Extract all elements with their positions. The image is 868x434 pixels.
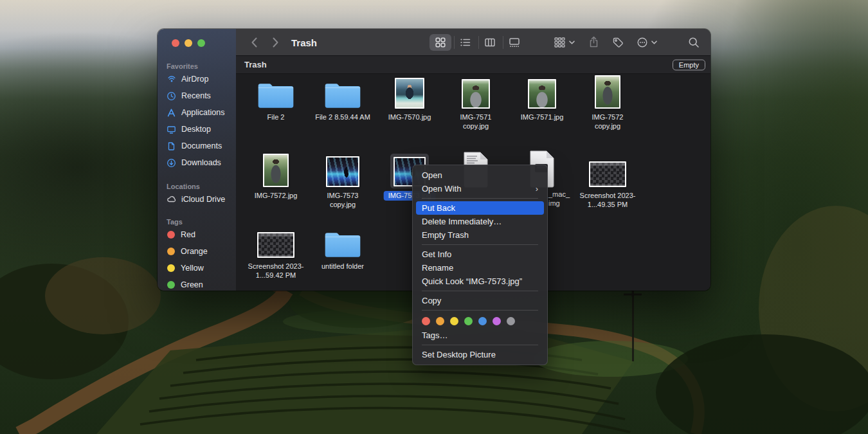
gallery-view-icon	[509, 37, 520, 48]
download-icon	[166, 158, 177, 168]
photo-thumbnail-portrait	[263, 154, 289, 187]
red-tag-icon	[167, 231, 175, 239]
menu-item-open[interactable]: Open	[416, 168, 544, 182]
file-item[interactable]: File 2 8.59.44 AM	[309, 75, 376, 122]
chevron-right-icon	[272, 37, 279, 48]
menu-item-put-back[interactable]: Put Back	[416, 201, 544, 215]
sidebar-item-airdrop[interactable]: AirDrop	[158, 71, 236, 87]
purple-tag-swatch[interactable]	[493, 317, 501, 325]
icon-view-icon	[435, 37, 446, 48]
gray-tag-swatch[interactable]	[507, 317, 515, 325]
menu-item-quick-look[interactable]: Quick Look “IMG-7573.jpg”	[416, 275, 544, 288]
sidebar-item-applications[interactable]: Applications	[158, 104, 236, 121]
group-by-button[interactable]	[548, 34, 579, 51]
menu-item-copy[interactable]: Copy	[416, 294, 544, 307]
sidebar-item-label: iCloud Drive	[181, 195, 225, 204]
menu-item-tags[interactable]: Tags…	[416, 329, 544, 342]
sidebar-item-tag-green[interactable]: Green	[158, 276, 236, 291]
photo-thumbnail-portrait	[595, 75, 620, 109]
search-button[interactable]	[684, 34, 703, 51]
file-item[interactable]: Screenshot 2023-1...49.35 PM	[574, 142, 641, 210]
menu-separator	[422, 345, 538, 345]
sidebar-item-icloud-drive[interactable]: iCloud Drive	[158, 191, 236, 208]
file-item[interactable]: IMG-7571 copy.jpg	[442, 75, 509, 131]
section-header: Trash Empty	[236, 56, 710, 74]
file-name: IMG-7571.jpg	[514, 113, 570, 122]
file-item[interactable]: IMG-7570.jpg	[376, 75, 443, 122]
orange-tag-swatch[interactable]	[436, 317, 444, 325]
minimize-button[interactable]	[185, 39, 192, 47]
sidebar-item-tag-red[interactable]: Red	[158, 226, 236, 243]
green-tag-swatch[interactable]	[464, 317, 473, 325]
file-name: Screenshot 2023-1...59.42 PM	[242, 262, 309, 280]
sidebar-item-tag-yellow[interactable]: Yellow	[158, 260, 236, 276]
file-item[interactable]: Screenshot 2023-1...59.42 PM	[242, 218, 309, 280]
menu-item-get-info[interactable]: Get Info	[416, 248, 544, 261]
menu-separator	[422, 291, 538, 291]
menu-item-rename[interactable]: Rename	[416, 261, 544, 275]
column-view-button[interactable]	[479, 34, 501, 51]
sidebar-item-tag-orange[interactable]: Orange	[158, 243, 236, 260]
chevron-down-icon	[651, 41, 657, 44]
photo-thumbnail-portrait	[462, 79, 490, 109]
menu-item-label: Open With	[422, 184, 461, 194]
finder-toolbar: Trash	[236, 29, 710, 56]
blue-tag-swatch[interactable]	[478, 317, 487, 325]
chevron-left-icon	[251, 37, 258, 48]
gallery-view-button[interactable]	[503, 34, 525, 51]
file-name: IMG-7572 copy.jpg	[580, 113, 635, 131]
more-options-button[interactable]	[631, 34, 662, 51]
close-button[interactable]	[172, 39, 179, 47]
forward-button[interactable]	[267, 34, 284, 51]
cloud-icon	[166, 194, 177, 205]
file-name: IMG-7572.jpg	[248, 191, 303, 200]
orange-tag-icon	[167, 248, 175, 255]
empty-trash-button[interactable]: Empty	[673, 59, 705, 70]
finder-sidebar: Favorites AirDrop Recents	[158, 29, 236, 291]
window-controls	[158, 29, 236, 47]
sidebar-item-label: Applications	[181, 108, 224, 117]
file-name: File 2	[248, 113, 303, 122]
zoom-button[interactable]	[197, 39, 205, 47]
file-name: File 2 8.59.44 AM	[309, 113, 376, 122]
list-view-button[interactable]	[455, 34, 476, 51]
menu-item-open-with[interactable]: Open With ›	[416, 182, 544, 195]
file-item[interactable]: IMG-7571.jpg	[509, 75, 575, 122]
sidebar-item-recents[interactable]: Recents	[158, 87, 236, 104]
tags-button[interactable]	[608, 34, 628, 51]
menu-item-empty-trash[interactable]: Empty Trash	[416, 228, 544, 242]
share-button[interactable]	[584, 34, 603, 51]
sidebar-item-documents[interactable]: Documents	[158, 138, 236, 154]
sidebar-item-label: Downloads	[181, 158, 221, 167]
magnifier-icon	[688, 37, 700, 48]
file-item[interactable]: IMG-7573 copy.jpg	[309, 142, 376, 210]
submenu-chevron-icon: ›	[536, 184, 538, 194]
yellow-tag-icon	[167, 264, 175, 272]
sidebar-item-label: Yellow	[181, 264, 204, 273]
photo-thumbnail-kayak	[395, 78, 424, 109]
sidebar-section-favorites: Favorites	[158, 62, 236, 71]
window-title: Trash	[291, 37, 317, 48]
sidebar-item-downloads[interactable]: Downloads	[158, 154, 236, 171]
back-button[interactable]	[246, 34, 262, 51]
clock-icon	[166, 91, 177, 102]
applications-icon	[166, 107, 177, 118]
icon-view-button[interactable]	[429, 34, 451, 51]
menu-separator	[422, 244, 538, 245]
menu-item-set-desktop-picture[interactable]: Set Desktop Picture	[416, 348, 544, 361]
file-name: IMG-7573 copy.jpg	[315, 191, 370, 210]
red-tag-swatch[interactable]	[422, 317, 430, 325]
sidebar-item-desktop[interactable]: Desktop	[158, 121, 236, 138]
file-item[interactable]: IMG-7572 copy.jpg	[574, 75, 641, 131]
file-item[interactable]: untitled folder	[309, 218, 376, 271]
file-name: Screenshot 2023-1...49.35 PM	[574, 191, 641, 210]
menu-separator	[422, 198, 538, 199]
context-menu: Open Open With › Put Back Delete Immedia…	[412, 165, 548, 365]
sidebar-item-label: Desktop	[181, 125, 211, 134]
yellow-tag-swatch[interactable]	[450, 317, 458, 325]
file-item[interactable]: File 2	[242, 75, 309, 122]
sidebar-item-label: Orange	[181, 247, 208, 256]
document-icon	[166, 141, 177, 152]
file-item[interactable]: IMG-7572.jpg	[242, 142, 309, 200]
menu-item-delete-immediately[interactable]: Delete Immediately…	[416, 215, 544, 228]
